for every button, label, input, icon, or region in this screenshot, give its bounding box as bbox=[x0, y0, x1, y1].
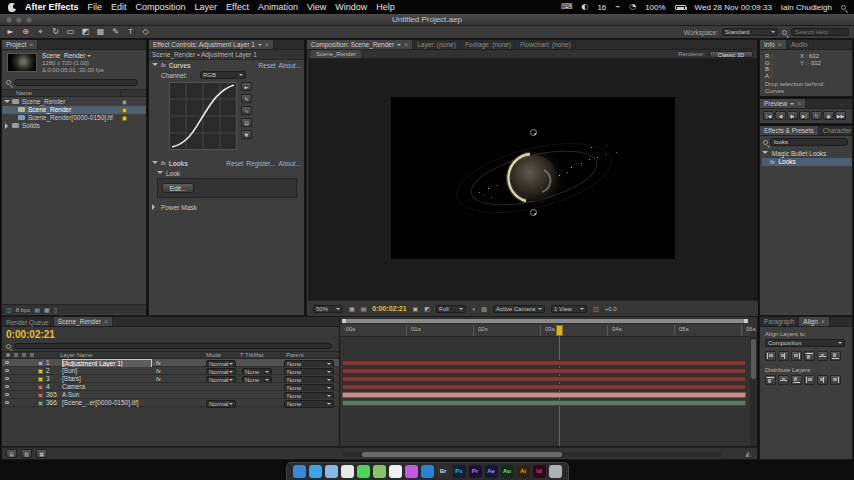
channel-dropdown[interactable]: RGB bbox=[200, 71, 246, 79]
eye-icon[interactable] bbox=[5, 401, 9, 404]
premiere-icon[interactable]: Pr bbox=[469, 465, 482, 478]
distribute-horizontal-center-button[interactable] bbox=[817, 375, 828, 385]
current-time-indicator-handle[interactable] bbox=[556, 325, 563, 336]
composition-viewport[interactable] bbox=[308, 59, 757, 300]
expand-layer-switches-icon[interactable]: ▤ bbox=[6, 449, 17, 458]
time-ruler[interactable]: :00s01s02s03s04s05s06s bbox=[340, 325, 750, 337]
eye-icon[interactable] bbox=[5, 385, 9, 388]
ram-preview-button[interactable]: ▶▶ bbox=[835, 111, 846, 120]
menu-file[interactable]: File bbox=[88, 2, 103, 12]
fx-badge-icon[interactable]: fx bbox=[156, 375, 161, 383]
menubar-clock[interactable]: Wed 28 Nov 00:09:33 bbox=[695, 3, 772, 12]
magnification-dropdown[interactable]: 50% bbox=[313, 305, 343, 313]
type-tool-icon[interactable]: T bbox=[125, 27, 136, 37]
selection-tool-icon[interactable]: ► bbox=[5, 27, 16, 37]
column-trkmat[interactable]: T TrkMat bbox=[240, 352, 264, 358]
fx-badge-icon[interactable]: fx bbox=[156, 359, 161, 367]
maps-icon[interactable] bbox=[373, 465, 386, 478]
column-layer-name[interactable]: Layer Name bbox=[60, 352, 93, 358]
audio-tab[interactable]: Audio bbox=[787, 40, 813, 49]
tracks-vertical-scrollbar[interactable] bbox=[750, 337, 757, 447]
menu-help[interactable]: Help bbox=[376, 2, 395, 12]
menu-view[interactable]: View bbox=[307, 2, 326, 12]
layer-name[interactable]: [Scene_..er[0000-0150].tif] bbox=[62, 399, 152, 407]
expand-inout-icon[interactable]: ▦ bbox=[36, 449, 47, 458]
project-row-solids[interactable]: Solids bbox=[2, 122, 146, 130]
snapshot-icon[interactable]: ▣ bbox=[413, 305, 419, 312]
layer-name[interactable]: Camera bbox=[62, 383, 152, 391]
curves-graph[interactable] bbox=[169, 82, 237, 150]
distribute-vertical-center-button[interactable] bbox=[778, 375, 789, 385]
label-chip[interactable] bbox=[38, 401, 43, 406]
view-layout-dropdown[interactable]: 1 View bbox=[551, 305, 587, 313]
layer-duration-bar[interactable] bbox=[342, 384, 746, 390]
resolution-dropdown[interactable]: Full bbox=[436, 305, 466, 313]
curves-smooth-icon[interactable]: ∿ bbox=[241, 106, 252, 115]
layer-name[interactable]: A Sun bbox=[62, 391, 152, 399]
curves-open-icon[interactable]: ▤ bbox=[241, 118, 252, 127]
bluetooth-icon[interactable]: ⌁ bbox=[615, 0, 620, 14]
footage-panel-tab[interactable]: Footage: (none) bbox=[461, 40, 516, 49]
eye-icon[interactable] bbox=[5, 369, 9, 372]
exposure-value[interactable]: +0.0 bbox=[605, 306, 617, 312]
window-titlebar[interactable]: Untitled Project.aep bbox=[0, 14, 854, 26]
parent-dropdown[interactable]: None bbox=[284, 400, 334, 408]
help-search-input[interactable] bbox=[791, 28, 849, 36]
mask-tool-icon[interactable]: ▦ bbox=[95, 27, 106, 37]
curves-pencil-tool-icon[interactable]: ✎ bbox=[241, 94, 252, 103]
apple-menu-icon[interactable] bbox=[8, 3, 16, 12]
interpret-footage-icon[interactable]: ◫ bbox=[6, 306, 12, 313]
transparency-grid-icon[interactable]: ▨ bbox=[481, 305, 487, 312]
safari-icon[interactable] bbox=[309, 465, 322, 478]
preview-tab[interactable]: Preview× bbox=[760, 99, 806, 108]
app-store-icon[interactable] bbox=[421, 465, 434, 478]
layer-duration-bar[interactable] bbox=[342, 360, 746, 366]
trash-icon[interactable] bbox=[549, 465, 562, 478]
align-vertical-center-button[interactable] bbox=[817, 351, 828, 361]
window-zoom-button[interactable] bbox=[26, 17, 32, 23]
time-machine-icon[interactable]: ◐ bbox=[581, 0, 588, 14]
finder-icon[interactable] bbox=[293, 465, 306, 478]
layer-row-2[interactable]: 2 [Sun] fx Normal None None bbox=[2, 367, 339, 375]
label-chip[interactable] bbox=[38, 393, 43, 398]
zoom-tool-icon[interactable]: ⌖ bbox=[35, 27, 46, 37]
project-depth[interactable]: 8 bpc bbox=[16, 307, 31, 313]
battery-icon[interactable] bbox=[675, 5, 686, 10]
layer-name[interactable]: [Stars] bbox=[62, 375, 152, 383]
effect-curves-name[interactable]: Curves bbox=[169, 62, 191, 69]
distribute-top-button[interactable] bbox=[765, 375, 776, 385]
looks-register-button[interactable]: Register... bbox=[246, 160, 275, 167]
looks-reset-button[interactable]: Reset bbox=[226, 160, 243, 167]
menu-app-name[interactable]: After Effects bbox=[25, 2, 79, 12]
effects-group-row[interactable]: Magic Bullet Looks bbox=[762, 150, 852, 158]
effects-item-row-selected[interactable]: fx Looks bbox=[762, 158, 852, 166]
curves-arrow-tool-icon[interactable]: ► bbox=[241, 82, 252, 91]
photos-icon[interactable] bbox=[341, 465, 354, 478]
effect-controls-tab[interactable]: Effect Controls: Adjustment Layer 1× bbox=[149, 40, 274, 49]
align-tab[interactable]: Align× bbox=[799, 317, 830, 326]
camera-point-of-interest-handle[interactable] bbox=[530, 129, 537, 136]
timeline-horizontal-scrollbar[interactable] bbox=[342, 452, 722, 457]
project-row-comp-selected[interactable]: Scene_Render bbox=[2, 106, 146, 114]
project-row-footage[interactable]: Scene_Render[0000-0150].tif bbox=[2, 114, 146, 122]
label-chip[interactable] bbox=[38, 377, 43, 382]
messages-icon[interactable] bbox=[357, 465, 370, 478]
layer-row-366[interactable]: 366 [Scene_..er[0000-0150].tif] Normal N… bbox=[2, 399, 339, 407]
menu-layer[interactable]: Layer bbox=[195, 2, 218, 12]
first-frame-button[interactable]: |◀ bbox=[763, 111, 774, 120]
effects-presets-tab[interactable]: Effects & Presets bbox=[760, 126, 819, 135]
render-queue-tab[interactable]: Render Queue bbox=[2, 317, 54, 327]
curves-about-button[interactable]: About... bbox=[279, 62, 301, 69]
mode-dropdown[interactable]: Normal bbox=[206, 400, 236, 408]
menubar-user[interactable]: Iain Chudleigh bbox=[781, 3, 832, 12]
column-parent[interactable]: Parent bbox=[286, 352, 304, 358]
effects-search-input[interactable] bbox=[770, 138, 848, 146]
pen-tool-icon[interactable]: ✎ bbox=[110, 27, 121, 37]
align-left-button[interactable] bbox=[765, 351, 776, 361]
calendar-icon[interactable] bbox=[389, 465, 402, 478]
project-column-name[interactable]: Name bbox=[16, 90, 32, 96]
layer-name[interactable]: [Sun] bbox=[62, 367, 152, 375]
timeline-search-input[interactable] bbox=[14, 343, 332, 349]
play-button[interactable]: ▶ bbox=[787, 111, 798, 120]
align-right-button[interactable] bbox=[791, 351, 802, 361]
